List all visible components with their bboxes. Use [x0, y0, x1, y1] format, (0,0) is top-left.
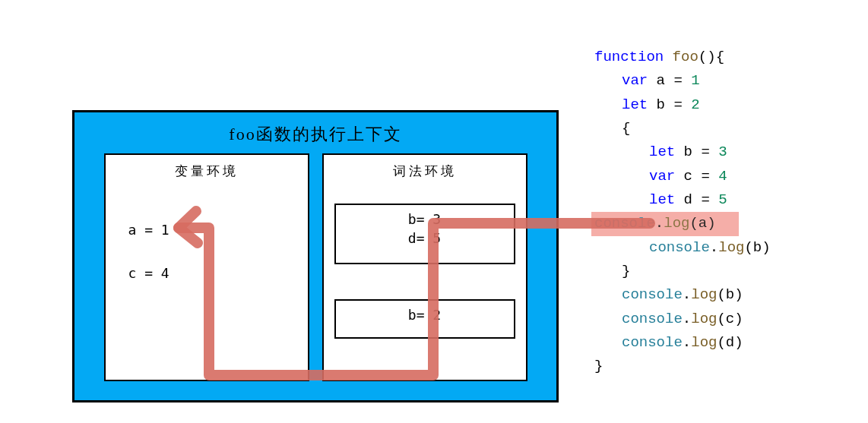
- context-title: foo函数的执行上下文: [74, 112, 556, 153]
- code-line-3: let b = 2: [594, 93, 771, 117]
- console-obj: console: [622, 311, 683, 327]
- arg-d: (d): [717, 334, 743, 351]
- code-line-4: {: [594, 117, 771, 140]
- brace-open: {: [622, 120, 630, 137]
- lex-b2-line: b= 2: [336, 305, 514, 324]
- lexical-environment-box: 词法环境 b= 3 d= 5 b= 2: [322, 153, 527, 381]
- log-method: log: [718, 239, 744, 256]
- lex-b3-line: b= 3: [336, 210, 514, 229]
- keyword-let: let: [622, 96, 648, 113]
- code-block: function foo(){ var a = 1 let b = 2 { le…: [594, 46, 771, 379]
- keyword-var: var: [622, 72, 648, 89]
- num-4: 4: [718, 168, 727, 185]
- code-line-9: console.log(b): [594, 236, 771, 260]
- assign-d: d =: [675, 191, 718, 208]
- num-3: 3: [718, 144, 727, 160]
- arg-b: (b): [717, 286, 743, 303]
- lexical-block-2: b= 2: [334, 299, 515, 339]
- code-line-2: var a = 1: [594, 69, 771, 93]
- dot: .: [683, 286, 691, 303]
- brace-close: }: [622, 263, 630, 279]
- highlighted-line: console.log(a): [591, 212, 739, 235]
- keyword-let: let: [649, 144, 675, 160]
- assign-a: a =: [648, 72, 691, 89]
- variable-environment-box: 变量环境 a = 1 c = 4: [104, 153, 309, 381]
- assign-b3: b =: [675, 144, 718, 160]
- code-line-14: }: [594, 355, 771, 378]
- dot: .: [683, 334, 691, 351]
- code-line-5: let b = 3: [594, 140, 771, 164]
- dot: .: [710, 239, 718, 256]
- function-name: foo: [664, 49, 699, 65]
- assign-c: c =: [675, 168, 718, 185]
- assign-b: b =: [648, 96, 691, 113]
- num-1: 1: [691, 72, 699, 89]
- arg-b: (b): [744, 239, 770, 256]
- console-obj: console: [649, 239, 710, 256]
- keyword-var: var: [649, 168, 675, 185]
- keyword-let: let: [649, 191, 675, 208]
- num-5: 5: [718, 191, 727, 208]
- paren-open: (){: [699, 49, 724, 65]
- lexical-block-1: b= 3 d= 5: [334, 204, 515, 264]
- code-line-10: }: [594, 260, 771, 283]
- log-method: log: [691, 311, 717, 327]
- lex-d5-line: d= 5: [336, 229, 514, 248]
- code-line-11: console.log(b): [594, 283, 771, 307]
- log-method: log: [664, 215, 689, 232]
- keyword-function: function: [594, 49, 664, 65]
- variable-env-title: 变量环境: [106, 155, 308, 188]
- log-method: log: [691, 334, 717, 351]
- code-line-12: console.log(c): [594, 308, 771, 331]
- console-obj: console: [594, 215, 655, 232]
- dot: .: [683, 311, 691, 327]
- code-line-6: var c = 4: [594, 165, 771, 188]
- console-obj: console: [622, 286, 683, 303]
- arg-c: (c): [717, 311, 743, 327]
- lexical-env-title: 词法环境: [324, 155, 526, 188]
- var-c-line: c = 4: [106, 265, 169, 281]
- code-line-8-wrap: console.log(a): [594, 212, 771, 235]
- code-line-1: function foo(){: [594, 46, 771, 69]
- num-2: 2: [691, 96, 699, 113]
- var-a-line: a = 1: [106, 222, 169, 238]
- code-line-13: console.log(d): [594, 331, 771, 355]
- dot: .: [655, 215, 664, 232]
- arg-a: (a): [689, 215, 715, 232]
- execution-context-box: foo函数的执行上下文 变量环境 a = 1 c = 4 词法环境 b= 3 d…: [72, 110, 559, 402]
- brace-end: }: [594, 358, 603, 374]
- log-method: log: [691, 286, 717, 303]
- environment-row: 变量环境 a = 1 c = 4 词法环境 b= 3 d= 5 b= 2: [74, 153, 556, 381]
- console-obj: console: [622, 334, 683, 351]
- code-line-7: let d = 5: [594, 188, 771, 212]
